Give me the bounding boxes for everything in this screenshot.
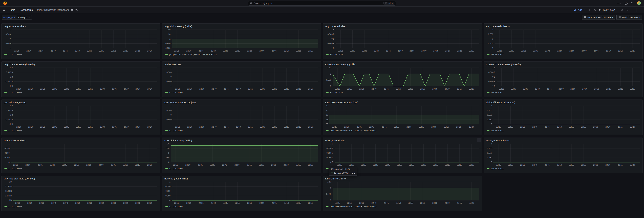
mega-menu-button[interactable] <box>3 9 6 11</box>
svg-text:22:35: 22:35 <box>520 164 525 166</box>
panel-menu-button[interactable] <box>477 138 481 142</box>
add-panel-button[interactable]: Add <box>574 9 585 11</box>
chart-canvas[interactable]: 1.5010.500022:2522:3022:3522:4022:4522:5… <box>325 66 480 91</box>
legend-item[interactable]: 127.0.0.1:9000 <box>325 53 480 56</box>
kebab-icon <box>478 139 480 142</box>
legend-item[interactable]: 127.0.0.1:9000 <box>164 129 319 132</box>
chart-canvas[interactable]: 10.7500.5000.250022:2522:3022:3522:4022:… <box>3 142 158 167</box>
svg-text:22:30: 22:30 <box>349 164 354 166</box>
breadcrumb-dashboards[interactable]: Dashboards <box>20 9 33 11</box>
chart-canvas[interactable]: 107.5052.50022:2522:3022:3522:4022:4522:… <box>164 142 319 167</box>
legend-item[interactable]: 127.0.0.1:9000 <box>486 129 641 132</box>
chart-canvas[interactable]: 10.5000-0.500-122:2522:3022:3522:4022:45… <box>164 104 319 129</box>
svg-text:23:15: 23:15 <box>136 202 140 204</box>
breadcrumb-home[interactable]: Home <box>9 9 15 11</box>
grafana-logo-icon[interactable] <box>3 1 7 5</box>
svg-text:23:05: 23:05 <box>432 202 438 204</box>
chart-canvas[interactable]: 1.5010.500022:2522:3022:3522:4022:4522:5… <box>325 180 480 205</box>
svg-text:0.250: 0.250 <box>165 195 170 197</box>
legend-item[interactable]: 127.0.0.1:9000 <box>486 91 641 94</box>
legend-item[interactable]: 127.0.0.1:9000 <box>3 167 158 170</box>
legend-item[interactable]: 127.0.0.1:9000 <box>3 129 158 132</box>
zoom-out-button[interactable] <box>621 9 624 11</box>
variable-value-dropdown[interactable]: minio-job <box>17 15 32 20</box>
panel-title[interactable]: Current Link Latency (millis) <box>325 63 480 66</box>
chart-canvas[interactable]: 1 B0.750 B0.500 B0.250 B0 B22:2522:3022:… <box>3 180 158 205</box>
chart-canvas[interactable]: 1.401.2010.8000.60022:2522:3022:3522:402… <box>164 28 319 53</box>
svg-text:0 B: 0 B <box>9 199 12 201</box>
svg-text:22:35: 22:35 <box>38 50 44 52</box>
chart-canvas[interactable]: 1 B0.500 B0 B-0.500 B-1 B22:2522:3022:35… <box>3 104 158 129</box>
panel-title[interactable]: Avg. Transfer Rate (bytes/s) <box>4 63 158 66</box>
panel-title[interactable]: Link Online/Offline <box>325 177 480 180</box>
chevron-down-icon <box>28 17 30 18</box>
svg-text:23:15: 23:15 <box>135 50 140 52</box>
panel-title[interactable]: Avg. Queued Size <box>325 25 480 28</box>
refresh-interval-dropdown[interactable] <box>632 9 634 11</box>
panel-title[interactable]: Max Queued Objects <box>486 139 641 142</box>
svg-text:22:50: 22:50 <box>234 164 239 166</box>
news-button[interactable] <box>631 2 634 5</box>
legend-item[interactable]: 127.0.0.1:9000 <box>486 53 641 56</box>
collapse-bar-button[interactable] <box>639 9 641 11</box>
legend-label: {endpoint="localhost:9010", server="127.… <box>169 53 217 56</box>
legend-item[interactable]: 127.0.0.1:9000 <box>3 91 158 94</box>
share-button[interactable] <box>75 9 78 11</box>
panel-title[interactable]: Max Active Workers <box>4 139 158 142</box>
svg-text:0: 0 <box>10 38 11 40</box>
panel-title[interactable]: Backlog (last 5 mins) <box>164 177 319 180</box>
chart-canvas[interactable]: 10.5000-0.500-122:2522:3022:3522:4022:45… <box>486 28 641 53</box>
legend-item[interactable]: 127.0.0.1:9000 <box>3 53 158 56</box>
chart-canvas[interactable]: 10.5000-0.500-122:2522:3022:3522:4022:45… <box>164 66 319 91</box>
svg-text:23:15: 23:15 <box>457 202 462 204</box>
svg-text:23:00: 23:00 <box>259 202 264 204</box>
legend-item[interactable]: 127.0.0.1:9000 <box>164 205 319 208</box>
search-input[interactable]: Search or jump to... ctrl+k <box>248 1 396 6</box>
panel-title[interactable]: Max Transfer Rate (per sec) <box>4 177 158 180</box>
create-menu-button[interactable] <box>616 2 621 5</box>
chart-canvas[interactable]: 1 B0.500 B0 B-0.500 B-1 B22:2522:3022:35… <box>486 66 641 91</box>
chart-canvas[interactable]: 1 B0.500 B0 B-0.500 B-1 B22:2522:3022:35… <box>325 28 480 53</box>
panel-title[interactable]: Current Transfer Rate (bytes/s) <box>486 63 641 66</box>
help-button[interactable]: ? <box>625 2 628 5</box>
link-minio-bucket-dashboard[interactable]: MinIO Bucket Dashboard <box>582 15 615 20</box>
panel-title[interactable]: Active Workers <box>164 63 319 66</box>
legend-item[interactable]: 127.0.0.1:9000 <box>325 91 480 94</box>
search-shortcut-badge: ctrl+k <box>384 2 394 5</box>
svg-text:22:40: 22:40 <box>532 164 537 166</box>
chart-canvas[interactable]: 1 B0.750 B0.500 B0.250 B0 B22:2522:3022:… <box>325 142 480 167</box>
panel-title[interactable]: Last Minute Queued Objects <box>164 101 319 104</box>
refresh-button[interactable] <box>626 9 629 11</box>
panel-title[interactable]: Link Downtime Duration (sec) <box>325 101 480 104</box>
panel-title[interactable]: Avg. Queued Objects <box>486 25 641 28</box>
legend-item[interactable]: {endpoint="localhost:9010", server="127.… <box>325 205 480 208</box>
legend-item[interactable]: {endpoint="localhost:9010", server="127.… <box>325 129 480 132</box>
svg-text:22:25: 22:25 <box>174 202 179 204</box>
chart-canvas[interactable]: 1 B0.500 B0 B-0.500 B-1 B22:2522:3022:35… <box>3 66 158 91</box>
panel-title[interactable]: Max Queued Size <box>325 139 480 142</box>
legend-item[interactable]: 127.0.0.1:9000 <box>486 167 641 170</box>
dashboard-settings-button[interactable] <box>593 9 596 12</box>
panel-title[interactable]: Link Offline Duration (sec) <box>486 101 641 104</box>
chart-canvas[interactable]: 10.7500.5000.250022:2522:3022:3522:4022:… <box>486 142 641 167</box>
panel-title[interactable]: Last Minute Queued <box>4 101 158 104</box>
panel-title[interactable]: Avg. Link Latency (millis) <box>164 25 319 28</box>
chart-canvas[interactable]: 403530252022:2522:3022:3522:4022:4522:50… <box>325 104 480 129</box>
chart-canvas[interactable]: 10.7500.5000.250022:2522:3022:3522:4022:… <box>164 180 319 205</box>
legend-item[interactable]: {endpoint="localhost:9010", server="127.… <box>164 53 319 56</box>
chart-canvas[interactable]: 10.5000-0.500-122:2522:3022:3522:4022:45… <box>3 28 158 53</box>
svg-text:22:25: 22:25 <box>496 164 501 166</box>
legend-item[interactable]: 127.0.0.1:9000 <box>164 91 319 94</box>
time-range-picker[interactable]: Last 1 hour <box>599 9 618 11</box>
favorite-button[interactable] <box>70 9 74 11</box>
svg-text:22:50: 22:50 <box>557 50 562 52</box>
user-avatar[interactable] <box>637 1 641 5</box>
legend-item[interactable]: 127.0.0.1:9000 <box>164 167 319 170</box>
panel-title[interactable]: Avg. Active Workers <box>4 25 158 28</box>
chart-canvas[interactable]: 10.7500.5000.250022:2522:3022:3522:4022:… <box>486 104 641 129</box>
link-minio-dashboard[interactable]: MinIO Dashboard <box>616 15 642 20</box>
panel-title[interactable]: Max Link Latency (millis) <box>164 139 319 142</box>
svg-text:23:05: 23:05 <box>111 164 116 166</box>
legend-item[interactable]: 127.0.0.1:9000 <box>3 205 158 208</box>
save-dashboard-button[interactable] <box>588 9 590 11</box>
